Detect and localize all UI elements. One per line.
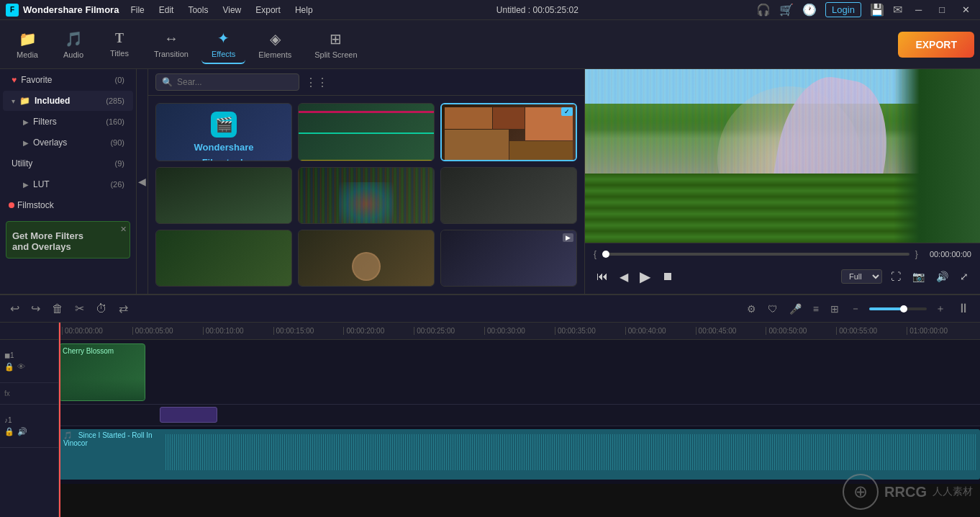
audio-button[interactable]: 🎵 Audio [52,26,95,63]
ad-close-button[interactable]: ✕ [120,225,127,234]
captions-button[interactable]: ≡ [810,300,822,318]
audio-volume-button[interactable]: 🔊 [17,427,27,436]
included-item[interactable]: ▾ 📁 Included (285) [3,91,133,111]
audio-clip[interactable]: 🎵 Since I Started - Roll In Vinocor [59,429,980,480]
effect-row3b[interactable] [298,230,435,287]
ruler-mark-12: 01:00:00:00 [907,327,977,335]
swap-button[interactable]: ⇄ [116,299,131,318]
stop-button[interactable]: ⏹ [659,267,676,286]
effect-row3c[interactable]: ▶ [440,230,577,287]
cart-icon[interactable]: 🛒 [779,3,794,17]
mail-icon[interactable]: ✉ [893,3,902,17]
progress-thumb[interactable] [602,251,609,258]
overlays-item[interactable]: ▶ Overlays (90) [3,132,133,153]
play-button[interactable]: ▶ [637,265,653,288]
video-clip-label: Cherry Blossom [63,347,114,355]
skip-back-button[interactable]: ⏮ [594,267,611,286]
menu-edit[interactable]: Edit [153,4,180,17]
menu-file[interactable]: File [124,4,150,17]
elements-button[interactable]: ◈ Elements [248,26,301,63]
minimize-button[interactable]: ─ [911,3,926,17]
settings-button[interactable]: ⚙ [744,300,759,318]
media-button[interactable]: 📁 Media [6,26,49,63]
export-button[interactable]: EXPORT [898,32,974,58]
filmstock-dot [9,202,14,208]
headphones-icon[interactable]: 🎧 [756,3,771,17]
effect-strong-glitch[interactable]: Strong Glitch [298,103,435,161]
search-box[interactable]: 🔍 [155,73,299,91]
snapshot-button[interactable]: 📷 [909,268,927,285]
audio-track[interactable]: 🎵 Since I Started - Roll In Vinocor [59,426,980,484]
progress-bar[interactable] [602,253,909,256]
main-toolbar: 📁 Media 🎵 Audio T Titles ↔ Transition ✦ … [0,20,980,69]
zoom-out-button[interactable]: － [848,300,863,318]
video-clip[interactable]: Cherry Blossom [59,343,145,401]
effect-willow[interactable]: Willow [440,167,577,224]
history-button[interactable]: ⏱ [93,300,110,318]
effects-toolbar: 🔍 ⋮⋮ [148,69,584,96]
clock-icon[interactable]: 🕐 [802,3,817,17]
volume-button[interactable]: 🔊 [933,268,951,285]
expand-preview-button[interactable]: ⛶ [888,268,904,285]
protect-button[interactable]: 🛡 [765,300,781,318]
step-back-button[interactable]: ◀ [617,267,631,287]
menu-export[interactable]: Export [250,4,286,17]
menu-help[interactable]: Help [289,4,319,17]
ruler-mark-5: 00:00:25:00 [414,327,484,335]
audio-lock-button[interactable]: 🔒 [4,427,14,436]
maximize-button[interactable]: □ [935,3,949,17]
layout-button[interactable]: ⊞ [827,300,842,318]
effect-clip[interactable] [160,407,217,423]
effect-70s[interactable]: 70s [155,167,292,224]
effect-track-header: fx [0,383,58,405]
pause-indicator[interactable]: ⏸ [954,298,973,319]
delete-button[interactable]: 🗑 [49,300,66,318]
ruler-spacer [0,323,58,340]
close-button[interactable]: ✕ [958,3,974,17]
timeline-tracks[interactable]: 00:00:00:00 00:00:05:00 00:00:10:00 00:0… [59,323,980,517]
collapse-panel-button[interactable]: ◀ [137,69,148,294]
menu-view[interactable]: View [217,4,247,17]
media-icon: 📁 [19,30,37,48]
effect-row3a[interactable] [155,230,292,287]
utility-item[interactable]: Utility (9) [3,153,133,174]
mic-button[interactable]: 🎤 [786,300,804,318]
playback-buttons: ⏮ ◀ ▶ ⏹ [594,265,676,288]
effect-chromatic-aberration[interactable]: Chromatic Aberration [298,167,435,224]
search-input[interactable] [177,77,293,87]
save-icon[interactable]: 💾 [870,3,884,17]
lut-item[interactable]: ▶ LUT (26) [3,174,133,194]
titlebar-right: 🎧 🛒 🕐 Login 💾 ✉ ─ □ ✕ [756,2,974,17]
out-marker: } [915,249,918,259]
undo-button[interactable]: ↩ [7,299,22,318]
zoom-select[interactable]: Full 50% 75% [841,269,882,284]
track-eye-button[interactable]: 👁 [17,362,25,372]
transition-icon: ↔ [164,30,178,47]
transition-button[interactable]: ↔ Transition [144,26,199,63]
effect-more-effects[interactable]: 🎬 Wondershare Filmstock More Effects [155,103,292,161]
filmstock-label: Filmstock [17,200,54,210]
in-marker: { [594,249,596,259]
effect-mosaic[interactable]: ✓ Mosaic [440,103,577,161]
included-expand-icon: ▾ [12,97,15,105]
effects-button[interactable]: ✦ Effects [201,25,245,64]
menu-tools[interactable]: Tools [182,4,214,17]
fullscreen-button[interactable]: ⤢ [957,268,971,285]
filters-item[interactable]: ▶ Filters (160) [3,112,133,132]
lut-expand-icon: ▶ [23,181,29,189]
zoom-in-button[interactable]: ＋ [933,300,948,318]
audio-track-header: ♪1 🔒 🔊 [0,405,58,448]
titles-button[interactable]: T Titles [98,27,141,62]
redo-button[interactable]: ↪ [28,299,43,318]
lut-label: LUT [33,179,106,189]
splitscreen-button[interactable]: ⊞ Split Screen [304,26,367,63]
login-button[interactable]: Login [825,2,861,17]
video-track[interactable]: Cherry Blossom [59,340,980,405]
track-lock-button[interactable]: 🔒 [4,362,14,372]
favorite-item[interactable]: ♥ Favorite (0) [3,70,133,90]
filmstock-item[interactable]: Filmstock [0,195,136,215]
grid-options-icon[interactable]: ⋮⋮ [305,76,328,89]
effect-track[interactable] [59,405,980,426]
zoom-slider[interactable] [869,307,927,310]
cut-button[interactable]: ✂ [72,299,87,318]
